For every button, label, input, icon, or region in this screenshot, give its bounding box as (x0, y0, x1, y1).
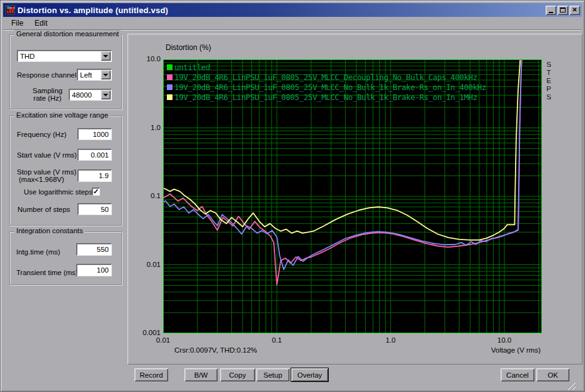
steps-app-icon: Steps (5, 5, 15, 15)
log-steps-checkbox[interactable]: ✓ (92, 188, 100, 196)
chevron-down-icon (103, 94, 108, 96)
y-tick-label: 0.01 (132, 261, 161, 268)
menu-edit[interactable]: Edit (30, 18, 52, 29)
y-tick-label: 0.001 (132, 329, 161, 336)
title-bar[interactable]: Steps Distortion vs. amplitude (untitled… (3, 3, 582, 17)
intg-time-label: Intg.time (ms) (16, 248, 60, 256)
measurement-value: THD (20, 51, 101, 61)
response-channel-value: Left (80, 70, 101, 79)
sampling-rate-select[interactable]: 48000 (69, 89, 112, 101)
menu-bar: File Edit (3, 17, 582, 29)
dropdown-button[interactable] (101, 51, 111, 61)
x-tick-label: 0.01 (156, 336, 170, 344)
sampling-rate-value: 48000 (72, 90, 101, 99)
response-channel-select[interactable]: Left (77, 69, 112, 81)
bw-button[interactable]: B/W (184, 368, 218, 381)
sampling-rate-label-line1: Sampling (32, 87, 62, 94)
start-value-label: Start value (V rms) (17, 151, 77, 159)
window-title: Distortion vs. amplitude (untitled.vsd) (18, 6, 168, 15)
response-channel-label: Response channel (17, 71, 76, 79)
maximize-button[interactable] (558, 6, 568, 15)
intg-time-input[interactable]: 550 (76, 243, 112, 256)
number-of-steps-label: Number of steps (18, 206, 70, 213)
stop-value-input[interactable]: 1.9 (78, 169, 112, 182)
x-tick-label: 10.0 (498, 336, 511, 344)
stop-value-label: Stop value (V rms) (17, 168, 76, 176)
legend-swatch-icon (167, 84, 172, 90)
overlay-button[interactable]: Overlay (291, 368, 328, 381)
setup-button[interactable]: Setup (256, 368, 289, 381)
ok-button[interactable]: OK (536, 368, 569, 381)
group-title: General distortion measurement (14, 30, 121, 38)
y-tick-label: 1.0 (132, 124, 161, 131)
log-steps-label: Use logarithmic steps (24, 188, 92, 196)
sampling-rate-label-line2: rate (Hz) (32, 94, 62, 102)
check-icon: ✓ (93, 188, 99, 195)
excitation-group: Excitation sine voltage range Frequency … (9, 116, 122, 226)
transient-time-input[interactable]: 100 (76, 264, 112, 276)
y-tick-label: 0.1 (132, 192, 161, 199)
measurement-select[interactable]: THD (17, 50, 112, 62)
group-title: Excitation sine voltage range (14, 111, 110, 119)
legend-item: 19V_20dB_4R6_LinPSU_1uF_0805_25V_MLCC_De… (167, 72, 486, 82)
transient-time-label: Transient time (ms) (16, 269, 78, 276)
stop-value-sublabel: (max<1.968V) (17, 176, 76, 183)
close-button[interactable]: ✕ (569, 6, 580, 15)
maximize-icon (560, 8, 566, 13)
cursor-status: Crsr:0.0097V, THD:0.12% (174, 346, 257, 354)
close-icon: ✕ (572, 7, 577, 13)
chevron-down-icon (103, 74, 108, 76)
legend-swatch-icon (167, 64, 172, 70)
app-window: Steps Distortion vs. amplitude (untitled… (0, 0, 585, 392)
dropdown-button[interactable] (101, 70, 111, 79)
resize-grip[interactable] (565, 380, 576, 390)
legend-label: untitled (174, 63, 210, 72)
minimize-icon (549, 12, 553, 13)
chart-panel: Distortion (%) untitled19V_20dB_4R6_LinP… (128, 34, 582, 364)
group-title: Integration constants (14, 227, 85, 234)
integration-group: Integration constants Intg.time (ms) 550… (9, 231, 122, 285)
legend-item: 19V_20dB_4R6_LinPSU_1uF_0805_25V_MLCC_No… (167, 92, 486, 102)
general-distortion-group: General distortion measurement THD Respo… (9, 34, 122, 109)
legend-swatch-icon (167, 74, 172, 80)
x-tick-label: 0.1 (272, 336, 282, 344)
chevron-down-icon (103, 55, 108, 58)
legend-label: 19V_20dB_4R6_LinPSU_1uF_0805_25V_MLCC_No… (174, 83, 486, 92)
cancel-button[interactable]: Cancel (501, 368, 534, 381)
record-button[interactable]: Record (134, 368, 168, 381)
x-axis-label: Voltage (V rms) (491, 346, 541, 354)
chart-legend: untitled19V_20dB_4R6_LinPSU_1uF_0805_25V… (167, 62, 486, 102)
legend-item: 19V_20dB_4R6_LinPSU_1uF_0805_25V_MLCC_No… (167, 82, 486, 92)
legend-label: 19V_20dB_4R6_LinPSU_1uF_0805_25V_MLCC_De… (174, 73, 478, 82)
x-tick-label: 1.0 (386, 336, 396, 344)
minimize-button[interactable] (546, 6, 556, 15)
number-of-steps-input[interactable]: 50 (78, 203, 112, 215)
steps-side-label: STEPS (545, 61, 552, 101)
legend-label: 19V_20dB_4R6_LinPSU_1uF_0805_25V_MLCC_No… (174, 93, 478, 102)
dropdown-button[interactable] (101, 90, 111, 99)
frequency-input[interactable]: 1000 (78, 128, 112, 140)
menu-file[interactable]: File (7, 18, 28, 29)
copy-button[interactable]: Copy (220, 368, 255, 381)
y-tick-label: 10.0 (132, 55, 161, 63)
legend-item: untitled (167, 62, 486, 72)
legend-swatch-icon (167, 94, 172, 100)
start-value-input[interactable]: 0.001 (78, 149, 112, 161)
chart-title: Distortion (%) (166, 43, 211, 52)
frequency-label: Frequency (Hz) (17, 131, 66, 138)
